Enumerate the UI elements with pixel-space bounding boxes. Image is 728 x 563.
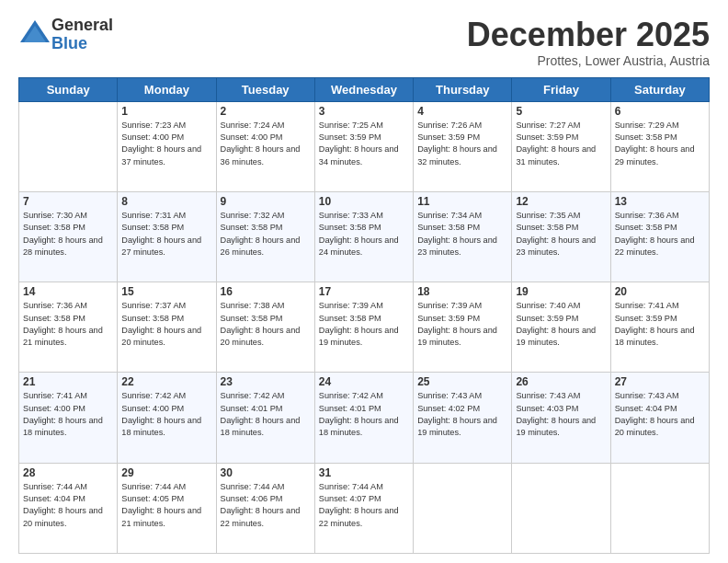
calendar-cell: 16Sunrise: 7:38 AMSunset: 3:58 PMDayligh… — [216, 282, 314, 373]
calendar-cell — [414, 463, 512, 553]
day-header-wednesday: Wednesday — [314, 77, 413, 101]
calendar-cell: 26Sunrise: 7:43 AMSunset: 4:03 PMDayligh… — [512, 373, 610, 463]
calendar-cell: 30Sunrise: 7:44 AMSunset: 4:06 PMDayligh… — [216, 463, 314, 553]
calendar-cell: 29Sunrise: 7:44 AMSunset: 4:05 PMDayligh… — [118, 463, 216, 553]
logo-text: General Blue — [51, 17, 113, 53]
day-info: Sunrise: 7:38 AMSunset: 3:58 PMDaylight:… — [221, 301, 301, 347]
day-number: 26 — [516, 375, 606, 388]
calendar-week-row: 1Sunrise: 7:23 AMSunset: 4:00 PMDaylight… — [19, 101, 710, 191]
calendar-cell: 21Sunrise: 7:41 AMSunset: 4:00 PMDayligh… — [19, 373, 118, 463]
calendar-cell — [19, 101, 118, 191]
calendar-cell: 31Sunrise: 7:44 AMSunset: 4:07 PMDayligh… — [314, 463, 413, 553]
calendar-cell: 25Sunrise: 7:43 AMSunset: 4:02 PMDayligh… — [414, 373, 512, 463]
calendar-cell — [610, 463, 709, 553]
day-header-sunday: Sunday — [19, 77, 118, 101]
day-header-monday: Monday — [118, 77, 216, 101]
location: Prottes, Lower Austria, Austria — [467, 53, 710, 68]
day-info: Sunrise: 7:39 AMSunset: 3:59 PMDaylight:… — [417, 301, 497, 347]
calendar-cell: 24Sunrise: 7:42 AMSunset: 4:01 PMDayligh… — [314, 373, 413, 463]
calendar-cell: 11Sunrise: 7:34 AMSunset: 3:58 PMDayligh… — [414, 191, 512, 282]
day-number: 10 — [319, 195, 409, 208]
logo: General Blue — [18, 17, 113, 53]
day-number: 16 — [221, 285, 311, 298]
day-header-tuesday: Tuesday — [216, 77, 314, 101]
calendar-cell: 1Sunrise: 7:23 AMSunset: 4:00 PMDaylight… — [118, 101, 216, 191]
day-number: 18 — [417, 285, 507, 298]
day-info: Sunrise: 7:24 AMSunset: 4:00 PMDaylight:… — [221, 121, 301, 167]
day-number: 20 — [615, 285, 705, 298]
day-info: Sunrise: 7:32 AMSunset: 3:58 PMDaylight:… — [221, 211, 301, 257]
calendar-cell: 14Sunrise: 7:36 AMSunset: 3:58 PMDayligh… — [19, 282, 118, 373]
calendar-header-row: SundayMondayTuesdayWednesdayThursdayFrid… — [19, 77, 710, 101]
calendar-week-row: 14Sunrise: 7:36 AMSunset: 3:58 PMDayligh… — [19, 282, 710, 373]
day-info: Sunrise: 7:29 AMSunset: 3:58 PMDaylight:… — [615, 121, 695, 167]
day-header-friday: Friday — [512, 77, 610, 101]
day-info: Sunrise: 7:36 AMSunset: 3:58 PMDaylight:… — [615, 211, 695, 257]
day-info: Sunrise: 7:42 AMSunset: 4:01 PMDaylight:… — [221, 391, 301, 437]
day-number: 3 — [319, 105, 409, 118]
day-info: Sunrise: 7:23 AMSunset: 4:00 PMDaylight:… — [121, 121, 201, 167]
calendar-week-row: 7Sunrise: 7:30 AMSunset: 3:58 PMDaylight… — [19, 191, 710, 282]
day-info: Sunrise: 7:34 AMSunset: 3:58 PMDaylight:… — [417, 211, 497, 257]
day-info: Sunrise: 7:41 AMSunset: 3:59 PMDaylight:… — [615, 301, 695, 347]
calendar-cell: 8Sunrise: 7:31 AMSunset: 3:58 PMDaylight… — [118, 191, 216, 282]
calendar-cell: 23Sunrise: 7:42 AMSunset: 4:01 PMDayligh… — [216, 373, 314, 463]
day-info: Sunrise: 7:44 AMSunset: 4:04 PMDaylight:… — [23, 482, 103, 528]
day-number: 6 — [615, 105, 705, 118]
day-number: 4 — [417, 105, 507, 118]
day-number: 11 — [417, 195, 507, 208]
day-header-thursday: Thursday — [414, 77, 512, 101]
logo-icon — [18, 17, 51, 50]
logo-blue-label: Blue — [51, 35, 113, 53]
calendar-cell: 5Sunrise: 7:27 AMSunset: 3:59 PMDaylight… — [512, 101, 610, 191]
month-title: December 2025 — [467, 17, 710, 53]
day-info: Sunrise: 7:35 AMSunset: 3:58 PMDaylight:… — [516, 211, 596, 257]
day-info: Sunrise: 7:43 AMSunset: 4:02 PMDaylight:… — [417, 391, 497, 437]
day-info: Sunrise: 7:44 AMSunset: 4:05 PMDaylight:… — [121, 482, 201, 528]
calendar-cell: 20Sunrise: 7:41 AMSunset: 3:59 PMDayligh… — [610, 282, 709, 373]
calendar-week-row: 21Sunrise: 7:41 AMSunset: 4:00 PMDayligh… — [19, 373, 710, 463]
day-number: 5 — [516, 105, 606, 118]
calendar-cell: 17Sunrise: 7:39 AMSunset: 3:58 PMDayligh… — [314, 282, 413, 373]
day-number: 13 — [615, 195, 705, 208]
calendar-cell: 13Sunrise: 7:36 AMSunset: 3:58 PMDayligh… — [610, 191, 709, 282]
day-number: 21 — [23, 375, 113, 388]
day-number: 7 — [23, 195, 113, 208]
calendar-week-row: 28Sunrise: 7:44 AMSunset: 4:04 PMDayligh… — [19, 463, 710, 553]
day-info: Sunrise: 7:30 AMSunset: 3:58 PMDaylight:… — [23, 211, 103, 257]
day-number: 15 — [121, 285, 211, 298]
day-number: 24 — [319, 375, 409, 388]
calendar-cell: 27Sunrise: 7:43 AMSunset: 4:04 PMDayligh… — [610, 373, 709, 463]
day-number: 23 — [221, 375, 311, 388]
day-number: 25 — [417, 375, 507, 388]
calendar-cell: 19Sunrise: 7:40 AMSunset: 3:59 PMDayligh… — [512, 282, 610, 373]
day-info: Sunrise: 7:44 AMSunset: 4:06 PMDaylight:… — [221, 482, 301, 528]
day-number: 30 — [221, 466, 311, 479]
day-number: 31 — [319, 466, 409, 479]
day-number: 27 — [615, 375, 705, 388]
header: General Blue December 2025 Prottes, Lowe… — [18, 17, 710, 68]
day-number: 22 — [121, 375, 211, 388]
calendar-table: SundayMondayTuesdayWednesdayThursdayFrid… — [18, 77, 710, 554]
day-info: Sunrise: 7:40 AMSunset: 3:59 PMDaylight:… — [516, 301, 596, 347]
day-info: Sunrise: 7:36 AMSunset: 3:58 PMDaylight:… — [23, 301, 103, 347]
calendar-cell: 22Sunrise: 7:42 AMSunset: 4:00 PMDayligh… — [118, 373, 216, 463]
calendar-cell: 18Sunrise: 7:39 AMSunset: 3:59 PMDayligh… — [414, 282, 512, 373]
day-number: 2 — [221, 105, 311, 118]
day-info: Sunrise: 7:42 AMSunset: 4:01 PMDaylight:… — [319, 391, 399, 437]
page: General Blue December 2025 Prottes, Lowe… — [0, 0, 728, 563]
day-info: Sunrise: 7:27 AMSunset: 3:59 PMDaylight:… — [516, 121, 596, 167]
day-info: Sunrise: 7:43 AMSunset: 4:03 PMDaylight:… — [516, 391, 596, 437]
day-info: Sunrise: 7:26 AMSunset: 3:59 PMDaylight:… — [417, 121, 497, 167]
calendar-cell: 12Sunrise: 7:35 AMSunset: 3:58 PMDayligh… — [512, 191, 610, 282]
calendar-cell: 28Sunrise: 7:44 AMSunset: 4:04 PMDayligh… — [19, 463, 118, 553]
calendar-cell: 4Sunrise: 7:26 AMSunset: 3:59 PMDaylight… — [414, 101, 512, 191]
day-info: Sunrise: 7:25 AMSunset: 3:59 PMDaylight:… — [319, 121, 399, 167]
day-number: 28 — [23, 466, 113, 479]
calendar-cell: 2Sunrise: 7:24 AMSunset: 4:00 PMDaylight… — [216, 101, 314, 191]
calendar-cell: 9Sunrise: 7:32 AMSunset: 3:58 PMDaylight… — [216, 191, 314, 282]
day-info: Sunrise: 7:33 AMSunset: 3:58 PMDaylight:… — [319, 211, 399, 257]
day-number: 12 — [516, 195, 606, 208]
day-info: Sunrise: 7:41 AMSunset: 4:00 PMDaylight:… — [23, 391, 103, 437]
calendar-cell: 7Sunrise: 7:30 AMSunset: 3:58 PMDaylight… — [19, 191, 118, 282]
